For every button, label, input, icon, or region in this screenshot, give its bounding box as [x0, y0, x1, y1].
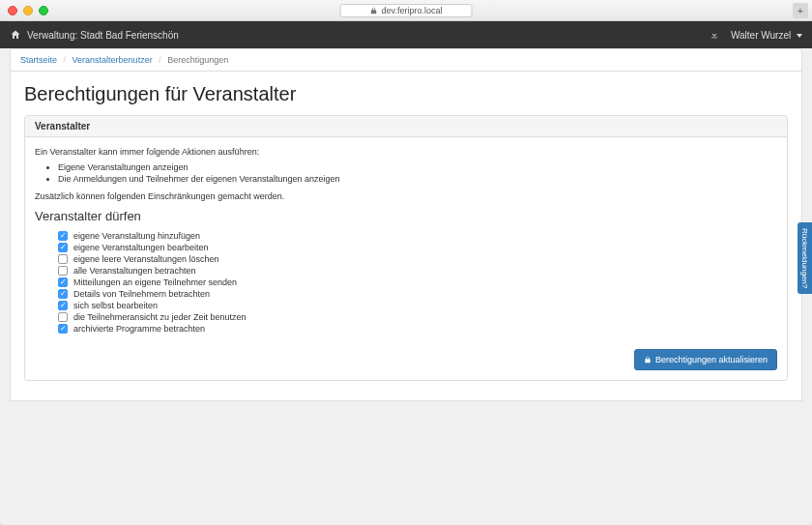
- permission-label: Details von Teilnehmern betrachten: [73, 289, 210, 299]
- lock-icon: [370, 7, 378, 15]
- close-icon[interactable]: [8, 6, 17, 15]
- permission-label: die Teilnehmeransicht zu jeder Zeit benu…: [73, 312, 246, 322]
- page-title: Berechtigungen für Veranstalter: [24, 83, 788, 105]
- permission-checkbox[interactable]: [58, 254, 68, 264]
- permission-item: eigene leere Veranstaltungen löschen: [58, 254, 777, 264]
- feedback-tab[interactable]: Rückmeldungen?: [798, 222, 812, 294]
- permission-item: sich selbst bearbeiten: [58, 301, 777, 310]
- main-panel: Berechtigungen für Veranstalter Veransta…: [10, 72, 802, 401]
- intro2-text: Zusätzlich können folgenden Einschränkun…: [35, 191, 777, 201]
- permission-checkbox[interactable]: [58, 324, 68, 334]
- subheading: Veranstalter dürfen: [35, 209, 777, 223]
- permission-checkbox[interactable]: [58, 301, 68, 310]
- permission-item: archivierte Programme betrachten: [58, 324, 777, 334]
- permission-item: eigene Veranstaltung hinzufügen: [58, 231, 777, 241]
- permission-label: alle Veranstaltungen betrachten: [73, 266, 196, 276]
- button-row: Berechtigungen aktualisieren: [35, 341, 777, 370]
- breadcrumb-home[interactable]: Startseite: [20, 55, 57, 65]
- intro-text: Ein Veranstalter kann immer folgende Akt…: [35, 147, 777, 157]
- update-permissions-button[interactable]: Berechtigungen aktualisieren: [634, 349, 777, 370]
- permission-checkbox[interactable]: [58, 312, 68, 322]
- address-bar[interactable]: dev.feripro.local: [340, 4, 473, 17]
- fixed-permission-item: Die Anmeldungen und Teilnehmer der eigen…: [58, 174, 777, 184]
- user-name: Walter Wurzel: [731, 30, 791, 41]
- breadcrumb-current: Berechtigungen: [167, 55, 228, 65]
- panel-body: Ein Veranstalter kann immer folgende Akt…: [25, 137, 787, 380]
- permissions-panel: Veranstalter Ein Veranstalter kann immer…: [24, 115, 788, 381]
- permission-label: eigene leere Veranstaltungen löschen: [73, 254, 219, 264]
- permission-label: eigene Veranstaltung hinzufügen: [73, 231, 200, 241]
- lock-icon: [644, 356, 652, 364]
- download-icon[interactable]: [710, 30, 719, 40]
- permissions-list: eigene Veranstaltung hinzufügeneigene Ve…: [58, 231, 777, 334]
- app-navbar: Verwaltung: Stadt Bad Ferienschön Walter…: [0, 21, 812, 48]
- permission-checkbox[interactable]: [58, 277, 68, 287]
- breadcrumb-sep: /: [64, 55, 67, 65]
- fixed-permissions-list: Eigene Veranstaltungen anzeigenDie Anmel…: [58, 162, 777, 184]
- permission-checkbox[interactable]: [58, 243, 68, 252]
- zoom-icon[interactable]: [39, 6, 48, 15]
- permission-checkbox[interactable]: [58, 231, 68, 241]
- breadcrumb-sep: /: [159, 55, 161, 65]
- navbar-title: Verwaltung: Stadt Bad Ferienschön: [27, 30, 179, 41]
- url-text: dev.feripro.local: [382, 6, 443, 15]
- permission-item: die Teilnehmeransicht zu jeder Zeit benu…: [58, 312, 777, 322]
- permission-item: Details von Teilnehmern betrachten: [58, 289, 777, 299]
- minimize-icon[interactable]: [23, 6, 33, 15]
- permission-label: sich selbst bearbeiten: [73, 301, 158, 310]
- new-tab-button[interactable]: +: [793, 3, 808, 18]
- permission-checkbox[interactable]: [58, 289, 68, 299]
- permission-item: Mitteilungen an eigene Teilnehmer senden: [58, 277, 777, 287]
- permission-label: Mitteilungen an eigene Teilnehmer senden: [73, 277, 237, 287]
- permission-label: eigene Veranstaltungen bearbeiten: [73, 243, 209, 252]
- permission-item: alle Veranstaltungen betrachten: [58, 266, 777, 276]
- breadcrumb: Startseite / Veranstalterbenutzer / Bere…: [10, 48, 802, 72]
- panel-heading: Veranstalter: [25, 116, 787, 137]
- permission-checkbox[interactable]: [58, 266, 68, 276]
- breadcrumb-users[interactable]: Veranstalterbenutzer: [72, 55, 153, 65]
- fixed-permission-item: Eigene Veranstaltungen anzeigen: [58, 162, 777, 172]
- titlebar: dev.feripro.local +: [0, 0, 812, 21]
- browser-window: dev.feripro.local + Verwaltung: Stadt Ba…: [0, 0, 812, 525]
- user-menu[interactable]: Walter Wurzel: [731, 30, 802, 41]
- window-controls: [8, 6, 48, 15]
- permission-item: eigene Veranstaltungen bearbeiten: [58, 243, 777, 252]
- chevron-down-icon: [797, 34, 802, 38]
- permission-label: archivierte Programme betrachten: [73, 324, 205, 334]
- home-icon[interactable]: [10, 29, 21, 41]
- submit-label: Berechtigungen aktualisieren: [655, 355, 768, 365]
- content-area: Startseite / Veranstalterbenutzer / Bere…: [0, 48, 812, 525]
